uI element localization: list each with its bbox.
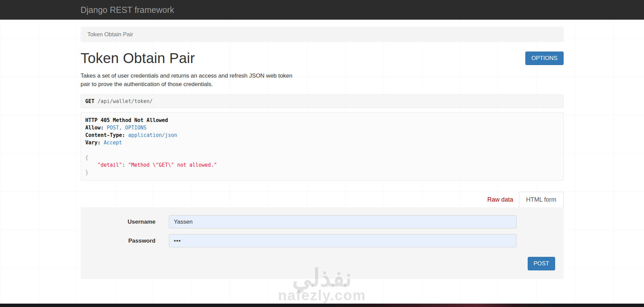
response-block: HTTP 405 Method Not Allowed Allow:POST, … bbox=[81, 112, 564, 181]
brand-link[interactable]: Django REST framework bbox=[81, 0, 174, 20]
breadcrumb: Token Obtain Pair bbox=[81, 27, 564, 42]
response-header-content-type: Content-Type:application/json bbox=[85, 131, 559, 139]
endpoint-description: Takes a set of user credentials and retu… bbox=[81, 71, 298, 88]
page-header: Token Obtain Pair OPTIONS bbox=[81, 50, 564, 66]
response-status-line: HTTP 405 Method Not Allowed bbox=[85, 117, 559, 124]
bottom-edge-bar bbox=[0, 304, 644, 307]
request-path: /api/wallet/token/ bbox=[98, 98, 153, 104]
request-line: GET/api/wallet/token/ bbox=[81, 95, 564, 108]
response-header-vary: Vary:Accept bbox=[85, 139, 559, 146]
password-input[interactable] bbox=[169, 234, 516, 247]
username-input[interactable] bbox=[169, 215, 516, 228]
password-label: Password bbox=[81, 238, 156, 244]
page-title: Token Obtain Pair bbox=[81, 50, 195, 66]
html-form-panel: Username Password POST bbox=[81, 207, 564, 279]
format-tabs: Raw data HTML form bbox=[81, 192, 564, 207]
username-label: Username bbox=[81, 219, 156, 225]
main-content: Token Obtain Pair Token Obtain Pair OPTI… bbox=[81, 27, 564, 279]
request-method: GET bbox=[85, 98, 95, 104]
response-blank-line bbox=[85, 146, 559, 154]
response-header-allow: Allow:POST, OPTIONS bbox=[85, 124, 559, 131]
username-row: Username bbox=[81, 215, 564, 228]
watermark-domain: nafezly.com bbox=[0, 287, 644, 304]
options-button[interactable]: OPTIONS bbox=[525, 52, 564, 65]
tab-raw-data[interactable]: Raw data bbox=[482, 192, 519, 207]
breadcrumb-item-current[interactable]: Token Obtain Pair bbox=[87, 31, 133, 38]
form-actions: POST bbox=[81, 257, 564, 270]
json-detail-line: "detail":"Method \"GET\" not allowed." bbox=[85, 161, 559, 169]
post-button[interactable]: POST bbox=[528, 257, 555, 270]
top-navbar: Django REST framework bbox=[0, 0, 644, 20]
password-row: Password bbox=[81, 234, 564, 247]
tab-html-form[interactable]: HTML form bbox=[519, 192, 563, 207]
json-open-brace: { bbox=[85, 154, 559, 161]
json-close-brace: } bbox=[85, 169, 559, 176]
